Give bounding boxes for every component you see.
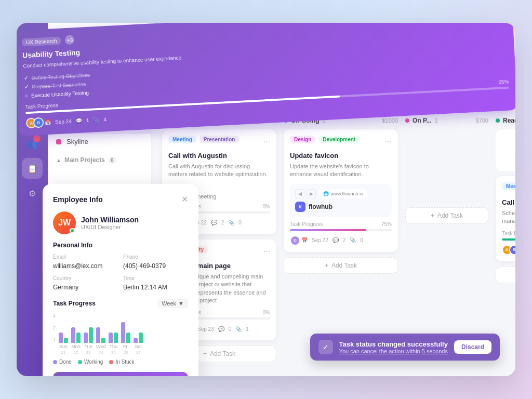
- progress-section-eric: Task Progress 100%: [502, 231, 515, 241]
- card-tags: Meeting Presentation: [168, 136, 239, 143]
- bar-done-mon: [71, 327, 75, 343]
- flowhub-preview: ◀ ▶ 🌐 www.flowhub.io K: [290, 184, 392, 217]
- bar-group-mon: [71, 327, 81, 343]
- comment-icon-favicon: 💬: [332, 237, 339, 243]
- project-item-skyline[interactable]: Skyline: [48, 134, 151, 149]
- attach-count-favicon: 0: [360, 237, 363, 243]
- attach-count: 0: [238, 220, 242, 225]
- toast-notification: ✓ Task status changed successfully You c…: [310, 334, 500, 361]
- flowhub-forward-btn[interactable]: ▶: [307, 189, 316, 198]
- plus-icon-onp: +: [431, 212, 434, 219]
- project-name-skyline: Skyline: [66, 138, 88, 145]
- legend-label-done: Done: [59, 359, 72, 365]
- emp-phone-item: Phone (405) 469-0379: [123, 254, 188, 270]
- convert-to-contact-button[interactable]: Convert to contact: [53, 372, 188, 376]
- comment-count-concept: 0: [229, 326, 232, 332]
- chart-col-sat: Sat 27: [134, 332, 143, 355]
- card-avatars-favicon: D: [290, 235, 297, 246]
- card-tags-eric: Meeting: [502, 182, 515, 190]
- bar-done-thu: [109, 332, 113, 343]
- task-chart: Sun 21 Mon 22: [59, 313, 143, 355]
- flowhub-nav: ◀ ▶: [295, 189, 316, 198]
- week-label: Week: [162, 300, 176, 307]
- globe-icon: 🌐: [323, 191, 329, 196]
- task-progress-section: Task Progress Week ▼ 421 Sun: [53, 299, 188, 365]
- tag-meeting: Meeting: [168, 136, 196, 143]
- online-status-dot: [70, 228, 75, 233]
- emp-role: UX/UI Designer: [81, 224, 139, 230]
- mini-progress-fill-favicon: [290, 229, 366, 231]
- bar-done-fri: [121, 322, 125, 343]
- bar-done-sun: [59, 332, 63, 343]
- col-onp-dot: [405, 118, 409, 123]
- plus-icon-upcoming: +: [203, 350, 207, 357]
- discard-button[interactable]: Discard: [454, 340, 491, 354]
- sidebar-item-projects[interactable]: 📋: [22, 158, 43, 179]
- project-dot-skyline: [56, 139, 61, 144]
- mini-progress-bg-favicon: [290, 229, 392, 231]
- legend-label-working: Working: [84, 359, 103, 365]
- emp-email-value: williams@lex.com: [53, 262, 103, 270]
- add-task-onp[interactable]: + Add Task: [405, 207, 488, 224]
- bar-working-tue: [89, 327, 93, 343]
- bar-group-wed: [96, 327, 105, 343]
- task-progress-value: 0%: [263, 204, 270, 209]
- card-menu-favicon[interactable]: ···: [385, 137, 392, 147]
- emp-close-button[interactable]: ✕: [181, 194, 188, 204]
- attach-icon: 📎: [228, 220, 234, 225]
- col-ongoing: On Going 2 $1000 Design Development: [284, 117, 398, 368]
- card-title-augustin: Call with Augustin: [168, 152, 270, 159]
- chart-date-tue: 23: [86, 350, 91, 355]
- comment-icon-concept: 💬: [218, 326, 224, 332]
- project-main: 🌐 Global Agency ✏ 67% completed: [152, 52, 515, 376]
- toast-title: Task status changed successfully: [339, 340, 448, 348]
- col-ready-dot: [496, 118, 500, 123]
- attach-icon-favicon: 📎: [350, 237, 356, 243]
- card-title-eric: Call with Eric: [502, 198, 515, 206]
- sidebar-item-team[interactable]: 👥: [22, 133, 43, 154]
- bar-working-thu: [114, 332, 118, 343]
- emp-info-title: Personal Info: [53, 242, 188, 249]
- employee-panel: Employee Info ✕ JW John Williamson UX/UI…: [43, 184, 198, 376]
- week-selector[interactable]: Week ▼: [157, 299, 188, 308]
- col-ready: Ready 2 $850 Meeting: [496, 117, 515, 368]
- card-avatar-f1: D: [290, 235, 300, 246]
- card-avatar-e2: B: [509, 245, 515, 255]
- chart-day-tue: Tue: [84, 344, 92, 349]
- emp-name: John Williamson: [81, 216, 139, 224]
- add-task-ongoing[interactable]: + Add Task: [284, 257, 398, 274]
- bar-done-wed: [96, 327, 100, 343]
- chart-col-sun: Sun 21: [59, 332, 68, 355]
- card-desc-augustin: Call with Augustin for discussing matter…: [168, 163, 270, 179]
- chart-date-mon: 22: [74, 350, 78, 355]
- progress-label-favicon: Task Progress 75%: [290, 221, 392, 227]
- flowhub-icon: K: [295, 202, 305, 212]
- chart-date-fri: 26: [124, 350, 128, 355]
- toast-time-link[interactable]: 5 seconds: [422, 348, 448, 354]
- tag-design: Design: [290, 136, 315, 143]
- arrow-icon-2: ▲: [56, 157, 61, 163]
- main-projects-section-header[interactable]: ▲ Main Projects 6: [48, 154, 151, 168]
- sidebar-item-settings[interactable]: ⚙: [22, 183, 43, 204]
- add-task-label-ongoing: Add Task: [331, 262, 357, 269]
- flowhub-back-btn[interactable]: ◀: [295, 189, 304, 198]
- emp-phone-value: (405) 469-0379: [123, 262, 166, 270]
- col-onp-count: 2: [434, 117, 437, 124]
- emp-country-label: Country: [53, 275, 118, 281]
- tag-presentation: Presentation: [200, 136, 240, 143]
- card-menu-concept[interactable]: ···: [263, 247, 270, 256]
- bar-group-tue: [84, 327, 93, 343]
- card-menu-icon[interactable]: ···: [263, 137, 270, 147]
- tp-header: Task Progress Week ▼: [53, 299, 188, 308]
- comment-icon: 💬: [211, 220, 217, 225]
- emp-avatar: JW: [53, 211, 76, 234]
- main-projects-count: 6: [108, 157, 116, 164]
- emp-email-label: Email: [53, 254, 118, 260]
- progress-section-favicon: Task Progress 75%: [290, 221, 392, 231]
- card-title-favicon: Update favicon: [290, 152, 392, 159]
- chart-col-fri: Fri 26: [121, 322, 130, 355]
- emp-time-value: Berlin 12:14 AM: [123, 284, 167, 291]
- chart-col-mon: Mon 22: [71, 327, 81, 355]
- add-task-ready[interactable]: + Add Task: [496, 267, 515, 283]
- flowhub-brand: flowhub: [309, 203, 332, 210]
